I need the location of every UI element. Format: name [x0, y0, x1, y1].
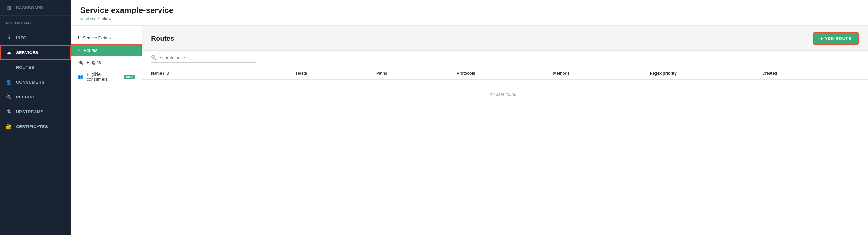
add-route-button[interactable]: + ADD ROUTE	[813, 32, 859, 45]
sidebar: ⊞ DASHBOARD API GATEWAY ℹ INFO ☁ SERVICE…	[0, 0, 71, 235]
beta-badge: beta	[124, 75, 135, 79]
col-header-created: Created	[762, 71, 859, 75]
plugins-nav-icon: 🔌	[78, 60, 84, 65]
search-bar: 🔍	[151, 55, 256, 63]
col-header-hosts: Hosts	[296, 71, 376, 75]
sidebar-item-plugins[interactable]: 🔌 PLUGINS	[0, 90, 71, 104]
left-nav-label: Service Details	[83, 35, 111, 40]
col-header-paths: Paths	[376, 71, 457, 75]
left-nav-eligible-consumers[interactable]: 👥 Eligible consumers beta	[71, 68, 142, 85]
search-input[interactable]	[160, 55, 246, 60]
sidebar-item-label: ROUTES	[16, 65, 34, 70]
left-nav-routes[interactable]: ⑂ Routes	[71, 44, 142, 56]
col-header-protocols: Protocols	[457, 71, 553, 75]
content-area: ℹ Service Details ⑂ Routes 🔌 Plugins 👥 E…	[71, 26, 868, 235]
breadcrumb: services / show	[80, 16, 859, 21]
service-details-icon: ℹ	[78, 35, 80, 41]
eligible-consumers-icon: 👥	[78, 74, 84, 79]
sidebar-dashboard-item[interactable]: ⊞ DASHBOARD	[0, 0, 71, 16]
sidebar-item-services[interactable]: ☁ SERVICES	[0, 45, 71, 60]
sidebar-item-upstreams[interactable]: ⇅ UPSTREAMS	[0, 104, 71, 119]
left-nav-plugins[interactable]: 🔌 Plugins	[71, 56, 142, 68]
cloud-icon: ☁	[5, 49, 12, 56]
dashboard-label: DASHBOARD	[16, 5, 43, 10]
sidebar-item-label: PLUGINS	[16, 95, 36, 99]
left-nav-label: Eligible consumers	[87, 72, 119, 82]
left-nav-service-details[interactable]: ℹ Service Details	[71, 32, 142, 44]
left-nav-label: Plugins	[87, 60, 101, 65]
sidebar-item-label: CERTIFICATES	[16, 124, 48, 129]
routes-icon: ⑂	[5, 64, 12, 71]
plugin-icon: 🔌	[5, 94, 12, 100]
routes-panel: Routes + ADD ROUTE 🔍 Name / ID Hosts Pat…	[142, 26, 868, 235]
breadcrumb-separator: /	[98, 16, 99, 21]
col-header-methods: Methods	[553, 71, 650, 75]
upstream-icon: ⇅	[5, 108, 12, 115]
col-header-name: Name / ID	[151, 71, 296, 75]
consumer-icon: 👤	[5, 79, 12, 86]
col-header-regex-priority: Regex priority	[650, 71, 762, 75]
routes-header: Routes + ADD ROUTE	[142, 26, 868, 50]
search-icon: 🔍	[151, 55, 157, 61]
routes-table: 🔍 Name / ID Hosts Paths Protocols Method…	[142, 50, 868, 235]
breadcrumb-services-link[interactable]: services	[80, 16, 95, 21]
page-header: Service example-service services / show	[71, 0, 868, 26]
sidebar-item-consumers[interactable]: 👤 CONSUMERS	[0, 75, 71, 90]
search-bar-row: 🔍	[142, 50, 868, 67]
no-data-message: no data found...	[142, 79, 868, 109]
left-nav: ℹ Service Details ⑂ Routes 🔌 Plugins 👥 E…	[71, 26, 142, 235]
certificate-icon: 🔐	[5, 123, 12, 130]
sidebar-item-label: SERVICES	[16, 50, 38, 55]
sidebar-item-certificates[interactable]: 🔐 CERTIFICATES	[0, 119, 71, 134]
sidebar-item-label: CONSUMERS	[16, 80, 44, 85]
sidebar-item-label: UPSTREAMS	[16, 109, 43, 114]
routes-title: Routes	[151, 35, 174, 42]
breadcrumb-current: show	[102, 16, 111, 21]
sidebar-item-routes[interactable]: ⑂ ROUTES	[0, 60, 71, 75]
sidebar-item-info[interactable]: ℹ INFO	[0, 30, 71, 45]
sidebar-section-label: API GATEWAY	[0, 17, 71, 28]
page-title: Service example-service	[80, 5, 859, 15]
dashboard-icon: ⊞	[5, 4, 12, 11]
routes-nav-icon: ⑂	[78, 47, 81, 53]
left-nav-label: Routes	[84, 48, 97, 53]
info-icon: ℹ	[5, 34, 12, 41]
main-content: Service example-service services / show …	[71, 0, 868, 235]
table-header-row: Name / ID Hosts Paths Protocols Methods …	[142, 67, 868, 79]
sidebar-item-label: INFO	[16, 35, 27, 40]
